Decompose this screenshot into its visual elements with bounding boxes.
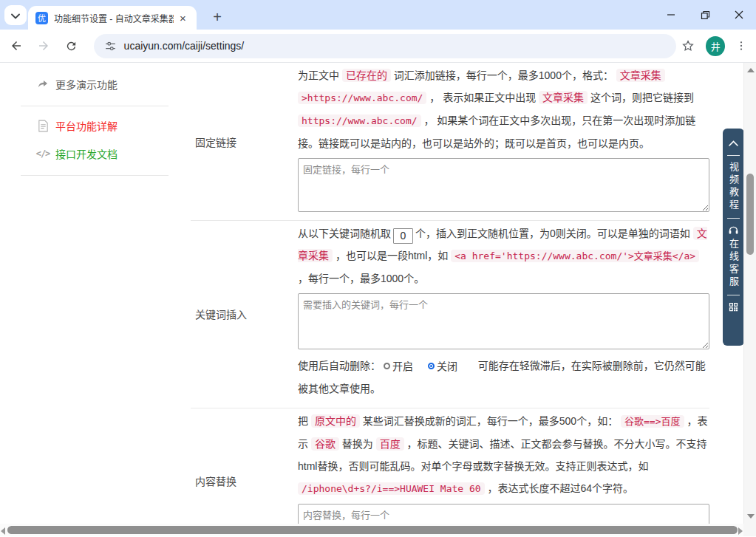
horizontal-scrollbar-thumb[interactable]	[7, 526, 738, 534]
chevron-up-icon	[729, 136, 738, 149]
video-tutorial-button[interactable]: 视频教程	[729, 162, 738, 212]
radio-open-option[interactable]: 开启	[384, 355, 413, 377]
scrollbar-corner	[743, 524, 756, 536]
vertical-scrollbar-thumb[interactable]	[746, 174, 754, 255]
tab-title: 功能细节设置 - 自动文章采集器	[54, 12, 174, 24]
close-button[interactable]	[722, 0, 756, 30]
field-description: 把 原文中的 某些词汇替换成新的词汇，每行一个，最多500个，如： 谷歌==>百…	[298, 410, 709, 500]
sidebar-item-api-docs[interactable]: </> 接口开发文档	[35, 143, 118, 164]
field-description: 为正文中 已存在的 词汇添加链接，每行一个，最多1000个，格式： 文章采集>h…	[298, 64, 709, 154]
field-label: 固定链接	[191, 63, 298, 220]
radio-icon	[428, 363, 435, 369]
forward-button[interactable]	[33, 34, 56, 58]
sidebar-item-label: 接口开发文档	[55, 146, 118, 161]
browser-menu-icon[interactable]	[729, 34, 753, 58]
document-icon	[35, 118, 50, 133]
panel-divider	[727, 295, 740, 295]
collapse-button[interactable]	[729, 136, 738, 149]
tab-search-button[interactable]	[4, 5, 27, 25]
panel-divider	[727, 155, 740, 156]
vertical-scrollbar[interactable]	[743, 63, 756, 536]
new-tab-button[interactable]: +	[207, 7, 228, 27]
online-service-button[interactable]: 在线客服	[729, 239, 738, 289]
url-bar[interactable]: ucaiyun.com/caiji/settings/	[94, 34, 677, 58]
back-button[interactable]	[4, 34, 28, 58]
code-icon: </>	[35, 146, 50, 161]
restore-button[interactable]	[688, 0, 722, 30]
reload-button[interactable]	[60, 34, 84, 58]
auto-delete-options: 使用后自动删除： 开启关闭 可能存在轻微滞后，在实际被删除前，它仍然可能被其他文…	[298, 355, 709, 400]
page-content: 更多演示功能 平台功能详解 </> 接口开发文档 固定链接 为正文中 已存在的 …	[0, 63, 756, 536]
url-text: ucaiyun.com/caiji/settings/	[124, 40, 245, 52]
browser-titlebar: 优 功能细节设置 - 自动文章采集器 × +	[0, 0, 756, 30]
keywords-textarea[interactable]	[298, 293, 709, 349]
keyword-count-input[interactable]	[393, 228, 413, 244]
radio-icon	[384, 363, 390, 369]
field-label: 内容替换	[191, 408, 298, 537]
site-favicon-icon: 优	[35, 12, 48, 24]
sidebar-divider	[21, 175, 168, 176]
browser-toolbar: ucaiyun.com/caiji/settings/ 井	[0, 30, 756, 63]
horizontal-scrollbar[interactable]	[0, 524, 743, 536]
field-label: 关键词插入	[191, 221, 298, 408]
site-settings-icon[interactable]	[104, 40, 117, 52]
panel-divider	[727, 218, 740, 219]
settings-form: 固定链接 为正文中 已存在的 词汇添加链接，每行一个，最多1000个，格式： 文…	[191, 63, 709, 536]
profile-avatar[interactable]: 井	[706, 36, 726, 56]
qr-code-icon	[728, 301, 739, 315]
sidebar-item-platform-features[interactable]: 平台功能详解	[35, 115, 118, 136]
browser-tab[interactable]: 优 功能细节设置 - 自动文章采集器 ×	[28, 6, 197, 30]
form-row-keyword-insert: 关键词插入 从以下关键词随机取个，插入到正文随机位置，为0则关闭。可以是单独的词…	[191, 221, 709, 408]
sidebar-divider	[21, 106, 168, 106]
scroll-up-arrow[interactable]	[747, 68, 755, 72]
sidebar-item-label: 更多演示功能	[55, 77, 118, 92]
tab-close-icon[interactable]: ×	[177, 11, 189, 25]
scroll-down-arrow[interactable]	[747, 514, 755, 519]
scroll-left-arrow[interactable]	[1, 527, 5, 535]
sidebar-item-more-demos[interactable]: 更多演示功能	[35, 74, 118, 95]
share-arrow-icon	[35, 77, 50, 92]
headset-icon[interactable]	[728, 225, 739, 235]
sidebar-item-label: 平台功能详解	[55, 118, 118, 133]
chevron-down-icon	[11, 9, 20, 22]
sidebar: 更多演示功能 平台功能详解 </> 接口开发文档	[0, 63, 191, 536]
fixed-links-textarea[interactable]	[298, 158, 709, 212]
form-row-content-replace: 内容替换 把 原文中的 某些词汇替换成新的词汇，每行一个，最多500个，如： 谷…	[191, 408, 709, 537]
scroll-right-arrow[interactable]	[738, 527, 743, 535]
bookmark-star-icon[interactable]	[676, 34, 700, 58]
minimize-button[interactable]	[654, 0, 688, 30]
radio-close-option[interactable]: 关闭	[428, 355, 457, 377]
field-description: 从以下关键词随机取个，插入到正文随机位置，为0则关闭。可以是单独的词语如 文章采…	[298, 222, 709, 290]
qr-code-button[interactable]	[728, 301, 739, 315]
form-row-fixed-links: 固定链接 为正文中 已存在的 词汇添加链接，每行一个，最多1000个，格式： 文…	[191, 63, 709, 221]
side-float-panel: 视频教程 在线客服	[723, 129, 744, 346]
